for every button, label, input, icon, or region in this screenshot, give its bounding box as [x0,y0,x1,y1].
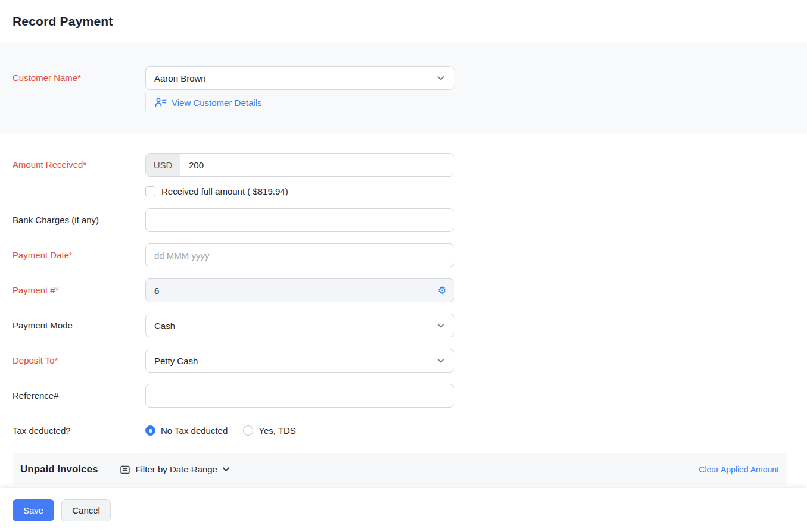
gear-icon[interactable]: ⚙ [438,286,447,296]
customer-name-value: Aaron Brown [154,73,436,83]
page-header: Record Payment [0,0,807,43]
payment-number-value: 6 [154,286,438,296]
reference-input[interactable] [145,384,454,408]
deposit-to-value: Petty Cash [154,356,436,366]
payment-number-label: Payment #* [0,278,145,295]
payment-form: Amount Received* USD Received full amoun… [0,133,807,436]
amount-received-label: Amount Received* [0,153,145,170]
view-customer-details-label: View Customer Details [172,98,261,108]
radio-selected-icon [145,425,155,436]
calendar-icon [120,464,130,475]
received-full-amount-label: Received full amount ( $819.94) [161,186,288,196]
tax-deducted-label: Tax deducted? [0,419,145,436]
chevron-down-icon [436,356,445,365]
unpaid-invoices-title: Unpaid Invoices [20,464,98,475]
filter-by-date-range-label: Filter by Date Range [135,464,217,474]
cancel-button[interactable]: Cancel [61,499,111,521]
customer-name-select[interactable]: Aaron Brown [145,66,454,90]
customer-section: Customer Name* Aaron Brown View Customer… [0,43,807,133]
divider [110,463,110,476]
amount-received-group: USD [145,153,454,177]
save-button[interactable]: Save [13,499,54,521]
bank-charges-label: Bank Charges (if any) [0,208,145,225]
radio-unselected-icon [243,425,253,436]
radio-yes-tds[interactable]: Yes, TDS [243,425,296,436]
clear-applied-amount-link[interactable]: Clear Applied Amount [699,465,779,474]
view-customer-details-link[interactable]: View Customer Details [155,98,261,108]
radio-no-tax-deducted[interactable]: No Tax deducted [145,425,228,436]
payment-date-label: Payment Date* [0,243,145,260]
radio-no-tax-label: No Tax deducted [161,425,228,436]
deposit-to-label: Deposit To* [0,349,145,365]
payment-mode-select[interactable]: Cash [145,314,454,337]
chevron-down-icon [436,73,445,83]
payment-number-field: 6 ⚙ [145,278,454,302]
chevron-down-icon [222,465,230,473]
deposit-to-select[interactable]: Petty Cash [145,349,454,373]
amount-received-input[interactable] [180,154,454,176]
currency-prefix: USD [146,154,180,176]
received-full-amount-checkbox[interactable] [145,186,155,196]
radio-yes-tds-label: Yes, TDS [258,425,296,436]
payment-mode-label: Payment Mode [0,314,145,330]
customer-details-icon [155,98,167,107]
payment-date-input[interactable] [145,243,454,267]
reference-label: Reference# [0,384,145,400]
divider [145,93,146,111]
chevron-down-icon [436,321,445,330]
bank-charges-input[interactable] [145,208,454,232]
unpaid-invoices-bar: Unpaid Invoices Filter by Date Range Cle… [13,453,787,485]
filter-by-date-range-button[interactable]: Filter by Date Range [120,464,230,475]
payment-mode-value: Cash [154,321,436,331]
footer-action-bar: Save Cancel [0,488,807,532]
customer-name-label: Customer Name* [0,66,145,83]
page-title: Record Payment [13,14,113,29]
